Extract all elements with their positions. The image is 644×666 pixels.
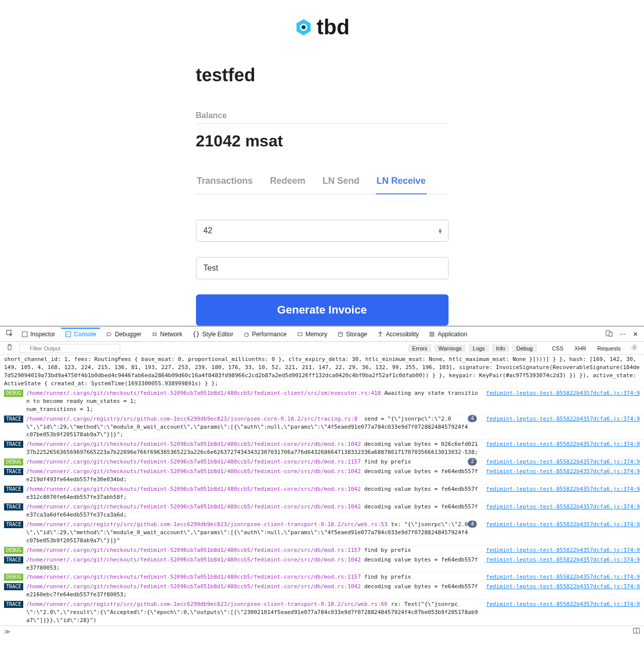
log-level-badge: DEBUG — [4, 458, 23, 466]
clear-console-icon[interactable] — [3, 343, 16, 353]
log-level-badge: TRACE — [4, 441, 23, 448]
log-text: /home/runner/.cargo/git/checkouts/fedimi… — [26, 556, 481, 572]
source-link[interactable]: fedimint-leptos-test-855822b4357dcfa6.js… — [486, 546, 640, 554]
console-message: TRACE/home/runner/.cargo/git/checkouts/f… — [0, 440, 644, 457]
split-console-icon[interactable] — [633, 627, 640, 636]
svg-point-8 — [338, 332, 342, 333]
log-level-badge: DEBUG — [4, 390, 23, 397]
devtools-tab-storage[interactable]: Storage — [333, 328, 372, 340]
svg-point-9 — [380, 331, 381, 333]
svg-rect-13 — [432, 335, 434, 336]
log-text: /home/runner/.cargo/git/checkouts/fedimi… — [26, 458, 411, 466]
console-message: DEBUG/home/runner/.cargo/git/checkouts/f… — [0, 457, 644, 467]
svg-rect-4 — [22, 332, 27, 337]
devtools-tab-debugger[interactable]: Debugger — [102, 328, 146, 340]
devtools-tab-performance[interactable]: Performance — [239, 328, 291, 340]
devtools-tab-application[interactable]: Application — [424, 328, 472, 340]
filter-requests[interactable]: Requests — [593, 344, 625, 352]
svg-point-2 — [302, 25, 306, 29]
logo-text: tbd — [317, 15, 350, 39]
log-text: /home/runner/.cargo/git/checkouts/fedimi… — [26, 583, 481, 599]
filter-warnings[interactable]: Warnings — [434, 344, 466, 352]
tab-redeem[interactable]: Redeem — [269, 176, 307, 194]
console-message: TRACE/home/runner/.cargo/registry/src/gi… — [0, 415, 644, 440]
number-spinner-icon[interactable]: ▲▼ — [438, 228, 443, 233]
console-filter-input[interactable] — [19, 344, 120, 353]
console-output: short_channel_id: 1, fees: RoutingFees {… — [0, 355, 644, 626]
tab-bar: Transactions Redeem LN Send LN Receive — [196, 176, 449, 194]
filter-info[interactable]: Info — [492, 344, 509, 352]
log-level-badge: TRACE — [4, 556, 23, 563]
devtools-tab-inspector[interactable]: Inspector — [17, 328, 60, 340]
log-text: /home/runner/.cargo/git/checkouts/fedimi… — [26, 389, 481, 414]
devtools-tab-network[interactable]: Network — [147, 328, 187, 340]
svg-rect-5 — [66, 332, 71, 337]
source-link[interactable]: fedimint-leptos-test-855822b4357dcfa6.js… — [486, 556, 640, 564]
tab-transactions[interactable]: Transactions — [196, 176, 254, 194]
pick-element-icon[interactable] — [3, 328, 16, 340]
log-level-badge: TRACE — [4, 486, 23, 493]
devtools-tab-console[interactable]: Console — [61, 328, 101, 340]
divider — [196, 123, 449, 124]
devtools-tab-memory[interactable]: Memory — [292, 328, 332, 340]
svg-point-16 — [633, 346, 635, 348]
responsive-mode-icon[interactable] — [603, 328, 616, 340]
devtools-toolbar: Inspector Console Debugger Network {} St… — [0, 327, 644, 342]
console-settings-icon[interactable] — [628, 342, 641, 354]
devtools-panel: Inspector Console Debugger Network {} St… — [0, 326, 644, 637]
log-text: /home/runner/.cargo/git/checkouts/fedimi… — [26, 546, 411, 554]
svg-rect-7 — [298, 333, 302, 336]
filter-debug[interactable]: Debug — [512, 344, 536, 352]
repeat-count-badge: 4 — [468, 415, 477, 423]
kebab-menu-icon[interactable]: ⋯ — [617, 329, 629, 340]
log-text: /home/runner/.cargo/git/checkouts/fedimi… — [26, 468, 481, 484]
description-input[interactable] — [196, 257, 449, 279]
filter-logs[interactable]: Logs — [469, 344, 489, 352]
source-link[interactable]: fedimint-leptos-test-855822b4357dcfa6.js… — [486, 503, 640, 511]
source-link[interactable]: fedimint-leptos-test-855822b4357dcfa6.js… — [486, 583, 640, 591]
log-text: /home/runner/.cargo/registry/src/github.… — [26, 600, 481, 625]
log-level-badge: TRACE — [4, 601, 23, 608]
log-text: /home/runner/.cargo/git/checkouts/fedimi… — [26, 573, 411, 581]
devtools-tab-accessibility[interactable]: Accessibility — [373, 328, 423, 340]
repeat-count-badge: 2 — [468, 458, 477, 466]
filter-css[interactable]: CSS — [548, 344, 568, 352]
devtools-tab-style-editor[interactable]: {} Style Editor — [188, 328, 238, 340]
console-message: TRACE/home/runner/.cargo/git/checkouts/f… — [0, 502, 644, 520]
page-title: testfed — [196, 65, 449, 86]
console-message: TRACE/home/runner/.cargo/git/checkouts/f… — [0, 485, 644, 502]
devtools-footer: ≫ — [0, 626, 644, 637]
source-link[interactable]: fedimint-leptos-test-855822b4357dcfa6.js… — [486, 600, 640, 608]
source-link[interactable]: fedimint-leptos-test-855822b4357dcfa6.js… — [486, 415, 640, 423]
log-level-badge: DEBUG — [4, 547, 23, 554]
balance-value: 21042 msat — [196, 132, 449, 150]
generate-invoice-button[interactable]: Generate Invoice — [196, 294, 449, 326]
source-link[interactable]: fedimint-leptos-test-855822b4357dcfa6.js… — [486, 389, 640, 397]
svg-rect-12 — [430, 335, 431, 336]
console-message: TRACE/home/runner/.cargo/git/checkouts/f… — [0, 467, 644, 485]
amount-value: 42 — [204, 226, 213, 235]
filter-xhr[interactable]: XHR — [570, 344, 590, 352]
tab-ln-send[interactable]: LN Send — [322, 176, 361, 194]
console-message: DEBUG/home/runner/.cargo/git/checkouts/f… — [0, 389, 644, 415]
log-level-badge: TRACE — [4, 416, 23, 423]
tbd-logo-icon — [294, 18, 313, 36]
console-message: short_channel_id: 1, fees: RoutingFees {… — [0, 355, 644, 389]
log-text: /home/runner/.cargo/git/checkouts/fedimi… — [26, 503, 481, 519]
source-link[interactable]: fedimint-leptos-test-855822b4357dcfa6.js… — [486, 573, 640, 581]
filter-errors[interactable]: Errors — [408, 344, 431, 352]
source-link[interactable]: fedimint-leptos-test-855822b4357dcfa6.js… — [486, 440, 640, 448]
tab-ln-receive[interactable]: LN Receive — [376, 176, 427, 194]
amount-input[interactable]: 42 ▲▼ — [196, 220, 449, 242]
source-link[interactable]: fedimint-leptos-test-855822b4357dcfa6.js… — [486, 485, 640, 493]
log-level-badge: TRACE — [4, 521, 23, 528]
console-drawer-toggle-icon[interactable]: ≫ — [4, 628, 11, 635]
close-devtools-icon[interactable]: ✕ — [630, 329, 641, 340]
source-link[interactable]: fedimint-leptos-test-855822b4357dcfa6.js… — [486, 458, 640, 466]
source-link[interactable]: fedimint-leptos-test-855822b4357dcfa6.js… — [486, 521, 640, 529]
log-text: /home/runner/.cargo/registry/src/github.… — [26, 521, 468, 545]
console-message: TRACE/home/runner/.cargo/registry/src/gi… — [0, 520, 644, 546]
console-filterbar: ⧩ Errors Warnings Logs Info Debug CSS XH… — [0, 342, 644, 355]
source-link[interactable]: fedimint-leptos-test-855822b4357dcfa6.js… — [486, 468, 640, 476]
console-message: DEBUG/home/runner/.cargo/git/checkouts/f… — [0, 546, 644, 555]
